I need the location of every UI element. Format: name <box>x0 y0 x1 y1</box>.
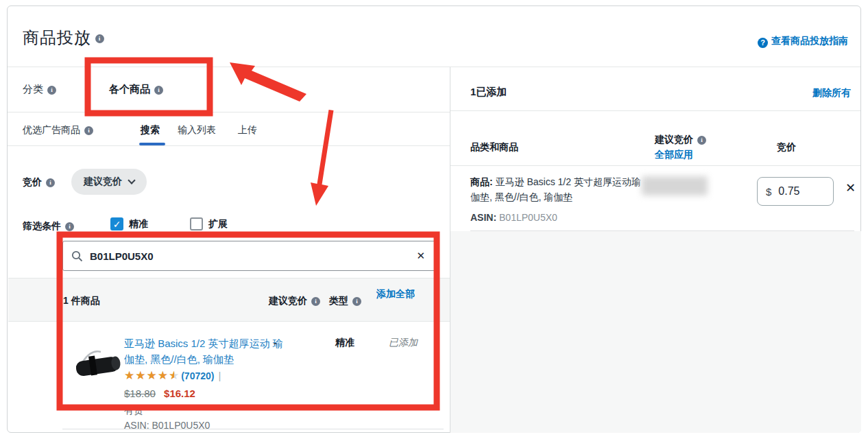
remove-item-icon[interactable]: ✕ <box>845 180 856 195</box>
subtab-search-label: 搜索 <box>141 124 160 135</box>
bid-value-input[interactable] <box>778 185 815 198</box>
product-image-yoga-mat <box>73 341 123 390</box>
star-rating-icon: ★★★★★ ★★★★★ <box>124 370 180 381</box>
rating-count: (70720) <box>181 370 214 381</box>
column-right-bid: 竞价 <box>777 141 796 154</box>
search-input[interactable] <box>90 250 413 262</box>
added-item-asin-prefix: ASIN: <box>470 212 496 223</box>
info-icon[interactable]: i <box>697 136 706 145</box>
info-icon[interactable]: i <box>65 222 74 231</box>
subtab-upload[interactable]: 上传 <box>238 124 257 137</box>
new-price: $16.12 <box>164 388 195 399</box>
product-row-divider <box>62 429 444 429</box>
checkbox-unchecked-icon[interactable] <box>190 217 203 230</box>
suggested-bid-dropdown-value: 建议竞价 <box>84 176 122 188</box>
help-icon: ? <box>758 38 768 48</box>
added-item-title-text: 亚马逊 Basics 1/2 英寸超厚运动瑜伽垫, 黑色//白色, 瑜伽垫 <box>470 176 641 202</box>
column-right-suggested-bid: 建议竞价i 全部应用 <box>655 134 706 161</box>
subtab-enter-list[interactable]: 输入列表 <box>178 124 216 137</box>
subtab-suggested[interactable]: 优选广告商品i <box>23 124 93 137</box>
product-type: 精准 <box>335 337 354 349</box>
remove-all-button[interactable]: 删除所有 <box>812 87 851 99</box>
guide-link[interactable]: ?查看商品投放指南 <box>758 35 848 48</box>
chevron-down-icon <box>128 176 135 184</box>
subtab-enter-list-label: 输入列表 <box>178 124 216 135</box>
tab-individual-products[interactable]: 各个商品i <box>109 83 163 96</box>
tab-individual-products-label: 各个商品 <box>109 83 150 95</box>
currency-symbol: $ <box>766 186 771 198</box>
results-count: 1 件商品 <box>63 295 100 307</box>
product-title-link[interactable]: 亚马逊 Basics 1/2 英寸超厚运动 瑜伽垫, 黑色//白色, 瑜伽垫 <box>124 335 287 368</box>
apply-all-link[interactable]: 全部应用 <box>655 149 706 161</box>
product-targeting-card: 商品投放i ?查看商品投放指南 分类i 各个商品i 优选广告商品i 搜索 输入列… <box>7 5 861 433</box>
bid-input-box[interactable]: $ <box>757 177 834 206</box>
added-item-prefix: 商品: <box>470 176 493 187</box>
column-suggested-bid-label: 建议竞价 <box>269 295 307 306</box>
suggested-bid-dropdown[interactable]: 建议竞价 <box>71 169 147 195</box>
column-right-suggested-bid-label: 建议竞价 <box>655 134 693 145</box>
add-all-button[interactable]: 添加全部 <box>374 287 417 300</box>
page-title: 商品投放i <box>23 27 104 49</box>
filter-label-text: 筛选条件 <box>23 220 61 231</box>
added-item-asin-value: B01LP0U5X0 <box>496 212 557 223</box>
added-item-asin: ASIN: B01LP0U5X0 <box>470 212 557 223</box>
info-icon[interactable]: i <box>46 178 55 187</box>
search-box[interactable]: ✕ <box>62 241 437 271</box>
guide-link-text: 查看商品投放指南 <box>771 35 848 46</box>
results-table-header: 1 件商品 建议竞价i 类型i 添加全部 <box>8 278 450 322</box>
checkbox-checked-icon[interactable]: ✓ <box>110 217 123 230</box>
info-icon[interactable]: i <box>352 297 361 306</box>
screenshot-stage: 商品投放i ?查看商品投放指南 分类i 各个商品i 优选广告商品i 搜索 输入列… <box>0 0 868 439</box>
stock-status: 有货 <box>124 405 143 417</box>
info-icon[interactable]: i <box>95 34 104 43</box>
checkbox-expanded-label: 扩展 <box>208 218 228 230</box>
info-icon[interactable]: i <box>84 126 93 135</box>
info-icon[interactable]: i <box>154 86 163 95</box>
product-rating: ★★★★★ ★★★★★ (70720) | <box>124 370 221 381</box>
search-icon <box>71 250 83 262</box>
subtab-search[interactable]: 搜索 <box>141 124 160 137</box>
redacted-suggested-bid <box>642 176 708 195</box>
subtabs-divider <box>8 145 450 146</box>
tab-categories-label: 分类 <box>23 83 43 95</box>
header-divider <box>8 67 860 67</box>
column-category-product: 品类和商品 <box>470 141 518 154</box>
product-price: $18.80 $16.12 <box>124 388 195 399</box>
info-icon[interactable]: i <box>47 86 56 95</box>
filter-label: 筛选条件i <box>23 220 74 233</box>
subtab-suggested-label: 优选广告商品 <box>23 124 80 135</box>
clear-search-icon[interactable]: ✕ <box>413 248 428 263</box>
page-title-text: 商品投放 <box>23 28 91 47</box>
checkbox-exact-label: 精准 <box>129 218 148 230</box>
product-suggested-bid: - <box>274 337 277 348</box>
added-item-title: 商品: 亚马逊 Basics 1/2 英寸超厚运动瑜伽垫, 黑色//白色, 瑜伽… <box>470 174 643 205</box>
column-type: 类型i <box>329 295 361 307</box>
tab-categories[interactable]: 分类i <box>23 83 56 96</box>
added-count-title: 1已添加 <box>470 86 507 99</box>
old-price: $18.80 <box>124 388 156 399</box>
tabs-divider <box>8 112 450 112</box>
right-header-divider <box>450 110 860 111</box>
right-panel-empty-area <box>450 231 861 433</box>
checkbox-exact[interactable]: ✓ 精准 <box>110 217 148 230</box>
rating-separator: | <box>218 370 221 381</box>
column-suggested-bid: 建议竞价i <box>269 295 320 307</box>
bid-label: 竞价i <box>23 176 55 189</box>
stars-fill: ★★★★★ <box>124 370 174 381</box>
bid-label-text: 竞价 <box>23 176 42 187</box>
info-icon[interactable]: i <box>311 297 320 306</box>
subtab-upload-label: 上传 <box>238 124 257 135</box>
product-added-status: 已添加 <box>389 337 418 349</box>
column-type-label: 类型 <box>329 295 348 306</box>
checkbox-expanded[interactable]: 扩展 <box>190 217 228 230</box>
right-columns-divider <box>450 165 860 166</box>
